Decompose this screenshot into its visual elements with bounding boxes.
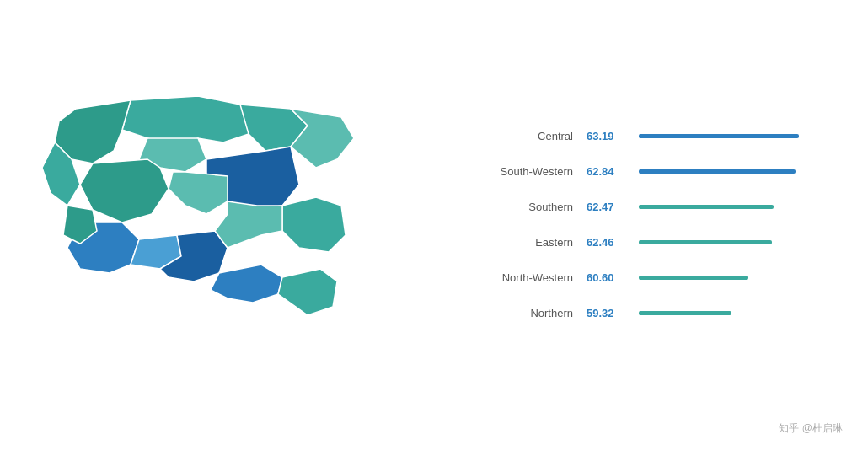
chart-row-south-western: South-Western62.84 — [455, 160, 868, 184]
chart-row-southern: Southern62.47 — [455, 196, 868, 219]
label-north-western: North-Western — [455, 271, 573, 284]
chart-row-north-western: North-Western60.60 — [455, 266, 868, 290]
label-eastern: Eastern — [455, 236, 573, 249]
bar-container-eastern — [639, 240, 868, 245]
bar-eastern — [639, 240, 772, 244]
podkarpacie-region — [278, 269, 337, 315]
chart-row-eastern: Eastern62.46 — [455, 231, 868, 255]
bar-southern — [639, 205, 774, 209]
bar-container-north-western — [639, 276, 868, 281]
bar-north-western — [639, 276, 748, 280]
lublin-region — [282, 197, 346, 252]
label-south-western: South-Western — [455, 165, 573, 178]
value-central: 63.19 — [587, 130, 629, 142]
poland-map — [29, 67, 392, 395]
chart-row-northern: Northern59.32 — [455, 302, 868, 325]
value-eastern: 62.46 — [587, 236, 629, 249]
value-southern: 62.47 — [587, 201, 629, 213]
value-northern: 59.32 — [587, 307, 629, 319]
label-northern: Northern — [455, 307, 573, 319]
main-container: Central63.19South-Western62.84Southern62… — [0, 0, 868, 461]
malopolska-region — [211, 265, 282, 303]
label-central: Central — [455, 130, 573, 142]
chart-row-central: Central63.19 — [455, 125, 868, 148]
lodz-region — [169, 172, 228, 214]
label-southern: Southern — [455, 201, 573, 213]
bar-container-south-western — [639, 169, 868, 174]
bar-south-western — [639, 169, 796, 174]
bar-container-central — [639, 134, 868, 139]
value-south-western: 62.84 — [587, 165, 629, 178]
bar-central — [639, 134, 799, 138]
map-section — [0, 17, 421, 444]
value-north-western: 60.60 — [587, 271, 629, 284]
bar-container-southern — [639, 205, 868, 210]
chart-section: Central63.19South-Western62.84Southern62… — [421, 125, 868, 337]
swietokrzyskie-region — [215, 201, 282, 248]
watermark: 知乎 @杜启琳 — [779, 421, 843, 436]
bar-container-northern — [639, 311, 868, 316]
bar-northern — [639, 311, 731, 315]
podlaskie-region — [291, 109, 354, 168]
